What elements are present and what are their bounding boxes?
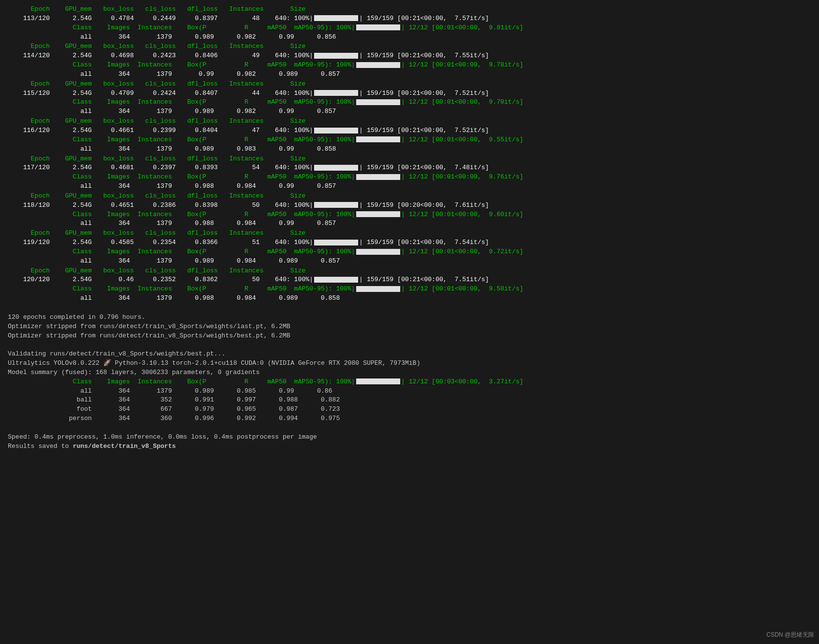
epoch-114-block: Epoch GPU_mem box_loss cls_loss dfl_loss… xyxy=(8,42,811,79)
epoch-114-train-row: 114/120 2.54G 0.4698 0.2423 0.8406 49 64… xyxy=(8,51,811,61)
footer-line-15: Results saved to runs/detect/train_v8_Sp… xyxy=(8,442,811,451)
epoch-115-block: Epoch GPU_mem box_loss cls_loss dfl_loss… xyxy=(8,80,811,116)
train-progress-bar xyxy=(314,277,358,283)
epoch-117-val-row: all 364 1379 0.988 0.984 0.99 0.857 xyxy=(8,182,811,191)
epoch-116-val-header: Class Images Instances Box(P R mAP50 mAP… xyxy=(8,135,811,145)
footer-line-7: Model summary (fused): 168 layers, 30062… xyxy=(8,368,811,378)
watermark: CSDN @思绪无限 xyxy=(766,631,814,639)
epoch-113-val-header: Class Images Instances Box(P R mAP50 mAP… xyxy=(8,23,811,33)
val-progress-bar xyxy=(356,24,400,30)
footer-line-10: ball 364 352 0.991 0.997 0.988 0.882 xyxy=(8,396,811,405)
train-progress-bar xyxy=(314,53,358,59)
epoch-120-val-header: Class Images Instances Box(P R mAP50 mAP… xyxy=(8,285,811,294)
epoch-116-train-row: 116/120 2.54G 0.4661 0.2399 0.8404 47 64… xyxy=(8,126,811,135)
train-progress-bar xyxy=(314,202,358,208)
epoch-120-header: Epoch GPU_mem box_loss cls_loss dfl_loss… xyxy=(8,266,811,276)
footer-line-0 xyxy=(8,304,811,313)
footer-line-6: Ultralytics YOLOv8.0.222 🚀 Python-3.10.1… xyxy=(8,359,811,368)
footer-line-3: Optimizer stripped from runs/detect/trai… xyxy=(8,332,811,341)
epoch-117-block: Epoch GPU_mem box_loss cls_loss dfl_loss… xyxy=(8,155,811,191)
footer-line-1: 120 epochs completed in 0.796 hours. xyxy=(8,313,811,322)
footer-line-13 xyxy=(8,423,811,433)
footer-line-8: Class Images Instances Box(P R mAP50 mAP… xyxy=(8,378,811,387)
footer-line-2: Optimizer stripped from runs/detect/trai… xyxy=(8,322,811,332)
epoch-119-header: Epoch GPU_mem box_loss cls_loss dfl_loss… xyxy=(8,229,811,238)
epoch-115-val-header: Class Images Instances Box(P R mAP50 mAP… xyxy=(8,98,811,107)
epoch-116-val-row: all 364 1379 0.989 0.983 0.99 0.858 xyxy=(8,145,811,154)
epoch-blocks: Epoch GPU_mem box_loss cls_loss dfl_loss… xyxy=(8,5,811,303)
val-progress-bar xyxy=(356,136,400,142)
epoch-120-train-row: 120/120 2.54G 0.46 0.2352 0.8362 50 640:… xyxy=(8,275,811,285)
train-progress-bar xyxy=(314,240,358,245)
epoch-116-header: Epoch GPU_mem box_loss cls_loss dfl_loss… xyxy=(8,117,811,126)
epoch-117-val-header: Class Images Instances Box(P R mAP50 mAP… xyxy=(8,173,811,182)
epoch-117-header: Epoch GPU_mem box_loss cls_loss dfl_loss… xyxy=(8,155,811,164)
footer-line-11: foot 364 667 0.979 0.965 0.987 0.723 xyxy=(8,405,811,414)
val-progress-bar xyxy=(356,174,400,180)
footer-section: 120 epochs completed in 0.796 hours.Opti… xyxy=(8,304,811,451)
val-progress-bar xyxy=(356,62,400,68)
epoch-119-val-row: all 364 1379 0.989 0.984 0.989 0.857 xyxy=(8,257,811,266)
train-progress-bar xyxy=(314,165,358,171)
epoch-118-val-row: all 364 1379 0.988 0.984 0.99 0.857 xyxy=(8,219,811,228)
footer-line-5: Validating runs/detect/train_v8_Sports/w… xyxy=(8,350,811,359)
epoch-113-block: Epoch GPU_mem box_loss cls_loss dfl_loss… xyxy=(8,5,811,42)
epoch-120-block: Epoch GPU_mem box_loss cls_loss dfl_loss… xyxy=(8,266,811,303)
val-progress-bar xyxy=(356,249,400,255)
epoch-118-header: Epoch GPU_mem box_loss cls_loss dfl_loss… xyxy=(8,192,811,201)
epoch-114-header: Epoch GPU_mem box_loss cls_loss dfl_loss… xyxy=(8,42,811,51)
epoch-118-val-header: Class Images Instances Box(P R mAP50 mAP… xyxy=(8,210,811,220)
footer-line-14: Speed: 0.4ms preprocess, 1.0ms inference… xyxy=(8,433,811,442)
epoch-116-block: Epoch GPU_mem box_loss cls_loss dfl_loss… xyxy=(8,117,811,154)
epoch-115-train-row: 115/120 2.54G 0.4709 0.2424 0.8407 44 64… xyxy=(8,89,811,98)
val-progress-bar xyxy=(356,286,400,292)
train-progress-bar xyxy=(314,128,358,133)
val-progress-bar xyxy=(356,99,400,105)
epoch-114-val-header: Class Images Instances Box(P R mAP50 mAP… xyxy=(8,61,811,70)
epoch-115-val-row: all 364 1379 0.989 0.982 0.99 0.857 xyxy=(8,107,811,116)
epoch-114-val-row: all 364 1379 0.99 0.982 0.989 0.857 xyxy=(8,70,811,79)
train-progress-bar xyxy=(314,90,358,96)
epoch-113-val-row: all 364 1379 0.989 0.982 0.99 0.856 xyxy=(8,33,811,42)
footer-progress-bar xyxy=(356,378,400,384)
results-path: runs/detect/train_v8_Sports xyxy=(73,443,176,450)
epoch-119-train-row: 119/120 2.54G 0.4585 0.2354 0.8366 51 64… xyxy=(8,238,811,247)
footer-line-4 xyxy=(8,340,811,350)
epoch-118-train-row: 118/120 2.54G 0.4651 0.2386 0.8398 50 64… xyxy=(8,201,811,210)
epoch-119-block: Epoch GPU_mem box_loss cls_loss dfl_loss… xyxy=(8,229,811,266)
epoch-117-train-row: 117/120 2.54G 0.4681 0.2397 0.8393 54 64… xyxy=(8,163,811,173)
terminal-window: Epoch GPU_mem box_loss cls_loss dfl_loss… xyxy=(8,5,811,451)
train-progress-bar xyxy=(314,15,358,21)
epoch-113-train-row: 113/120 2.54G 0.4784 0.2449 0.8397 48 64… xyxy=(8,14,811,23)
epoch-115-header: Epoch GPU_mem box_loss cls_loss dfl_loss… xyxy=(8,80,811,89)
footer-line-12: person 364 360 0.996 0.992 0.994 0.975 xyxy=(8,414,811,423)
epoch-113-header: Epoch GPU_mem box_loss cls_loss dfl_loss… xyxy=(8,5,811,14)
val-progress-bar xyxy=(356,211,400,217)
epoch-118-block: Epoch GPU_mem box_loss cls_loss dfl_loss… xyxy=(8,192,811,228)
footer-line-9: all 364 1379 0.989 0.985 0.99 0.86 xyxy=(8,387,811,396)
epoch-119-val-header: Class Images Instances Box(P R mAP50 mAP… xyxy=(8,247,811,257)
epoch-120-val-row: all 364 1379 0.988 0.984 0.989 0.858 xyxy=(8,294,811,303)
